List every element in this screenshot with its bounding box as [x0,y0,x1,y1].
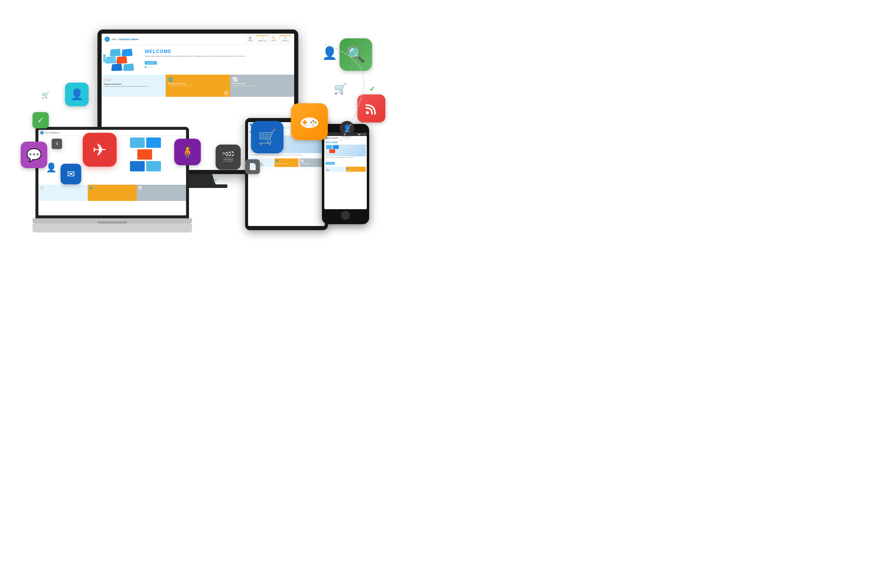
tile-2 [122,49,132,56]
hero-title: WELCOME [145,49,289,54]
card-3-title: Sed malesuada [232,82,292,84]
tablet-card-3-icon: 📈 [301,160,322,162]
nav-about-label: ABOUT US [258,40,266,42]
nav-contact-label: CONTACT [281,40,289,42]
person-purple-icon: 🧍 [174,139,201,165]
person-blue-icon: 👤 [65,82,89,106]
tablet-card-2: 🌐 Maecenas vel dictum [274,158,298,167]
about-icon: 📄 [261,37,264,39]
card-1-title: Aliquam eratvolution [104,83,163,85]
read-more-button[interactable]: Read More [145,61,157,64]
chart-icon: 📈 [232,77,292,82]
tablet-body-text: Maecenas egestas sapien sit amet magna l… [248,153,325,156]
nav-blog-label: BLOG [272,39,276,41]
tile-4 [111,63,122,71]
person-orange-icon: 👤 [46,162,57,172]
nav-home-label: HOME [248,39,253,41]
contact-icon: 📧 [284,37,287,39]
laptop-card-3-icon: 📈 [138,186,185,189]
card-2-arrow: › [224,91,229,95]
feedback-tab: FEEDBACK [103,55,105,62]
lh-tile-4 [146,161,161,171]
card-2-text: Nulla odio purus, hendrerit ut facilisis… [168,85,227,87]
phone-home-button[interactable] [341,211,350,220]
check-green-icon: ✓ [33,112,49,128]
phone-read-more-button[interactable]: Read More [325,162,335,165]
grid-small-icon: ⠿ [52,139,62,149]
lh-tile-orange [137,149,152,160]
laptop-keyboard [33,224,192,232]
nav-contact[interactable]: 📧 CONTACT [280,35,291,43]
laptop-footer-cards: ⬜ 🌐 📈 [38,185,186,201]
lh-tile-2 [146,138,161,148]
lh-tile-1 [130,138,145,148]
dot-2 [150,66,152,68]
nav-about[interactable]: 📄 ABOUT US [256,35,268,43]
phone-card-2-title: Maecenas [347,170,365,171]
tile-3 [105,56,116,64]
hero-section: FEEDBACK WELCOME Maecenas egestas sapien… [102,45,294,75]
tablet-card-3-title: Sed malesuada [301,163,322,164]
phone-read-more-area: Read More [324,159,367,165]
copy-icon: ⬜⬜ [104,78,111,81]
laptop-card-2: 🌐 [88,185,137,201]
home-icon: 🏠 [249,37,252,39]
logo-text-company: Company Name [118,38,138,41]
tablet-card-2-icon: 🌐 [275,160,297,162]
pht-orange [329,149,335,153]
laptop-logo-text: Your Company N... [45,132,60,134]
pagination-dots [145,66,289,68]
film-icon: 🎬 [216,145,241,170]
laptop-card-2-icon: 🌐 [89,186,135,189]
nav-home[interactable]: 🏠 HOME [246,35,255,43]
card-1: ⬜⬜ Aliquam eratvolution Vestibulum ante … [102,75,166,97]
blog-icon: ✏️ [272,37,275,39]
3d-tiles: FEEDBACK [104,47,142,72]
lh-tile-3 [130,161,145,171]
connecting-path-svg: ✓ [310,30,399,147]
tile-orange [116,56,127,64]
tile-1 [110,49,121,56]
plane-app-icon: ✈ [83,133,117,167]
svg-rect-3 [304,120,305,124]
card-3: 📈 Sed malesuada Cras dignissim phasellus… [230,75,294,97]
phone-body-text: Aliquam erat volutpat. Fusce dapibus jus… [324,156,367,159]
card-2: 🌐 Maecenas vel dictum Nulla odio purus, … [166,75,230,97]
card-1-icon-box: ⬜⬜ [104,77,110,82]
svg-point-8 [304,124,307,126]
phone-card-2: 🌐 Maecenas [346,167,366,172]
tablet-card-2-title: Maecenas vel dictum [275,163,297,164]
svg-text:✓: ✓ [369,85,375,93]
laptop-card-1-icon: ⬜ [40,186,86,189]
phone-card-1: ⬜ Aliquam [325,167,345,172]
card-2-title: Maecenas vel dictum [168,82,227,84]
nav-items: 🏠 HOME 📄 ABOUT US ✏️ BLOG 📧 [246,35,291,43]
hero-image: FEEDBACK [104,47,142,72]
content-cards: ⬜⬜ Aliquam eratvolution Vestibulum ante … [102,75,294,97]
laptop-card-1: ⬜ [38,185,88,201]
site-logo: Your Company Name [105,37,138,42]
laptop-bottom [33,218,192,224]
chat-purple-icon: 💬 [21,142,47,168]
laptop-logo: Your Company N... [40,131,60,135]
hero-text: Maecenas egestas sapien sit amet magna l… [145,56,289,57]
phone-card-1-title: Aliquam [326,170,344,171]
hero-content: WELCOME Maecenas egestas sapien sit amet… [142,47,292,72]
cart-blue-icon: 🛒 [251,121,284,153]
cart-outline-left-icon: 🛒 [41,92,49,99]
check-floating-icon: ✓ [213,177,218,184]
website-header: Your Company Name 🏠 HOME 📄 ABOUT US [102,34,294,45]
tile-5 [123,63,134,71]
phone-card-2-icon: 🌐 [347,168,365,170]
card-3-text: Cras dignissim phasellus elit feugiat et… [232,85,292,87]
phone-cards: ⬜ Aliquam 🌐 Maecenas [324,166,367,172]
nav-blog[interactable]: ✏️ BLOG [270,35,278,43]
main-scene: Your Company Name 🏠 HOME 📄 ABOUT US [0,0,886,588]
globe-icon: 🌐 [168,77,227,82]
email-blue-icon: ✉ [60,164,81,184]
logo-text-your: Your [111,38,117,41]
file-icon: 📄 [245,159,260,174]
laptop-card-3: 📈 [137,185,186,201]
dot-1 [148,66,149,68]
phone-card-1-icon: ⬜ [326,168,344,170]
